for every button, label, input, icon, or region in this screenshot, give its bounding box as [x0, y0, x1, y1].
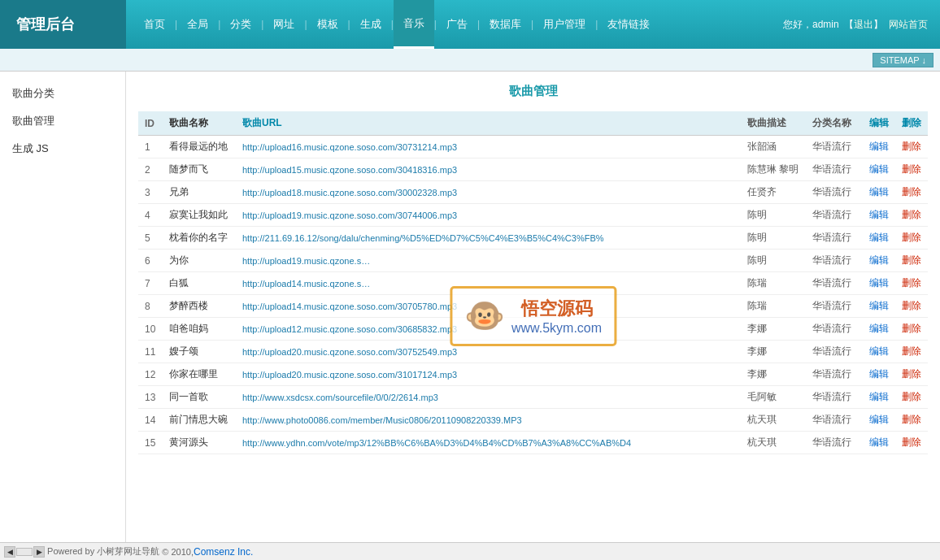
nav-item-generate[interactable]: 生成	[350, 0, 391, 49]
table-row: 14 前门情思大碗 http://www.photo0086.com/membe…	[138, 409, 928, 432]
sidebar-item-generate-js[interactable]: 生成 JS	[0, 135, 125, 163]
scroll-h-track[interactable]	[16, 548, 33, 556]
edit-button[interactable]: 编辑	[869, 209, 889, 220]
edit-button[interactable]: 编辑	[869, 323, 889, 334]
col-url: 歌曲URL	[236, 111, 741, 136]
cell-id: 15	[138, 432, 163, 454]
footer-company-link[interactable]: Comsenz Inc.	[194, 546, 253, 558]
delete-button[interactable]: 删除	[902, 368, 921, 380]
edit-button[interactable]: 编辑	[869, 232, 889, 243]
cell-del: 删除	[895, 432, 928, 454]
scroll-horizontal[interactable]: ◀ ▶	[4, 546, 45, 558]
cell-del: 删除	[895, 318, 928, 341]
song-url-link[interactable]: http://upload14.music.qzone.s…	[242, 279, 698, 289]
scroll-left-btn[interactable]: ◀	[4, 546, 15, 558]
delete-button[interactable]: 删除	[902, 232, 921, 243]
edit-button[interactable]: 编辑	[869, 300, 889, 311]
edit-button[interactable]: 编辑	[869, 141, 889, 152]
cell-name: 寂寞让我如此	[163, 204, 236, 227]
cell-url: http://upload19.music.qzone.soso.com/307…	[236, 204, 741, 227]
cell-name: 黄河源头	[163, 432, 236, 454]
delete-button[interactable]: 删除	[902, 436, 921, 448]
cell-url: http://upload14.music.qzone.s…	[236, 272, 741, 295]
nav-item-friendlinks[interactable]: 友情链接	[598, 0, 659, 49]
song-url-link[interactable]: http://211.69.16.12/song/dalu/chenming/%…	[242, 233, 698, 243]
edit-button[interactable]: 编辑	[869, 391, 889, 402]
edit-button[interactable]: 编辑	[869, 414, 889, 425]
nav-item-ads[interactable]: 广告	[437, 0, 477, 49]
scroll-right-btn[interactable]: ▶	[33, 546, 45, 558]
cell-edit: 编辑	[863, 158, 895, 181]
delete-button[interactable]: 删除	[902, 163, 921, 175]
edit-button[interactable]: 编辑	[869, 345, 889, 357]
cell-desc: 陈明	[741, 227, 806, 250]
logout-link[interactable]: 退出	[854, 19, 873, 30]
delete-button[interactable]: 删除	[902, 323, 921, 334]
song-url-link[interactable]: http://upload20.music.qzone.soso.com/307…	[242, 347, 698, 357]
song-url-link[interactable]: http://upload15.music.qzone.soso.com/304…	[242, 165, 698, 175]
delete-button[interactable]: 删除	[902, 391, 921, 402]
edit-button[interactable]: 编辑	[869, 368, 889, 380]
delete-button[interactable]: 删除	[902, 414, 921, 425]
cell-del: 删除	[895, 295, 928, 318]
delete-button[interactable]: 删除	[902, 277, 921, 289]
cell-edit: 编辑	[863, 136, 895, 158]
cell-name: 前门情思大碗	[163, 409, 236, 432]
nav-item-global[interactable]: 全局	[177, 0, 218, 49]
song-url-link[interactable]: http://upload19.music.qzone.s…	[242, 256, 698, 266]
cell-cat: 华语流行	[806, 181, 863, 204]
col-edit: 编辑	[863, 111, 895, 136]
cell-edit: 编辑	[863, 272, 895, 295]
nav-item-category[interactable]: 分类	[220, 0, 261, 49]
sidebar-item-song-manage[interactable]: 歌曲管理	[0, 107, 125, 135]
table-row: 6 为你 http://upload19.music.qzone.s… 陈明 华…	[138, 250, 928, 272]
delete-button[interactable]: 删除	[902, 209, 921, 220]
cell-id: 6	[138, 250, 163, 272]
edit-button[interactable]: 编辑	[869, 436, 889, 448]
col-name: 歌曲名称	[163, 111, 236, 136]
song-url-link[interactable]: http://upload18.music.qzone.soso.com/300…	[242, 188, 698, 198]
delete-button[interactable]: 删除	[902, 186, 921, 198]
sidebar: 歌曲分类 歌曲管理 生成 JS	[0, 72, 126, 560]
sitemap-button[interactable]: SITEMAP ↓	[873, 53, 933, 67]
sidebar-item-song-category[interactable]: 歌曲分类	[0, 80, 125, 107]
cell-cat: 华语流行	[806, 158, 863, 181]
edit-button[interactable]: 编辑	[869, 254, 889, 266]
cell-id: 7	[138, 272, 163, 295]
cell-del: 删除	[895, 158, 928, 181]
cell-id: 10	[138, 318, 163, 341]
edit-button[interactable]: 编辑	[869, 163, 889, 175]
cell-url: http://www.photo0086.com/member/Music080…	[236, 409, 741, 432]
cell-id: 11	[138, 341, 163, 363]
site-link[interactable]: 网站首页	[889, 19, 928, 30]
nav-item-home[interactable]: 首页	[134, 0, 175, 49]
edit-button[interactable]: 编辑	[869, 277, 889, 289]
delete-button[interactable]: 删除	[902, 254, 921, 266]
cell-edit: 编辑	[863, 295, 895, 318]
song-url-link[interactable]: http://www.ydhn.com/vote/mp3/12%BB%C6%BA…	[242, 438, 698, 448]
nav-item-users[interactable]: 用户管理	[533, 0, 595, 49]
delete-button[interactable]: 删除	[902, 141, 921, 152]
nav-item-template[interactable]: 模板	[307, 0, 348, 49]
nav-item-music[interactable]: 音乐	[394, 0, 434, 49]
cell-desc: 杭天琪	[741, 432, 806, 454]
song-url-link[interactable]: http://upload19.music.qzone.soso.com/307…	[242, 211, 698, 220]
cell-url: http://upload20.music.qzone.soso.com/310…	[236, 363, 741, 386]
footer-bar: ◀ ▶ Powered by 小树芽网址导航 © 2010, Comsenz I…	[0, 542, 940, 560]
delete-button[interactable]: 删除	[902, 300, 921, 311]
content-inner: 歌曲管理 ID 歌曲名称 歌曲URL 歌曲描述 分类名称 编辑 删除 1	[126, 72, 940, 560]
edit-button[interactable]: 编辑	[869, 186, 889, 198]
song-url-link[interactable]: http://upload12.music.qzone.soso.com/306…	[242, 324, 698, 334]
cell-cat: 华语流行	[806, 227, 863, 250]
song-url-link[interactable]: http://upload16.music.qzone.soso.com/307…	[242, 142, 698, 152]
nav-item-url[interactable]: 网址	[263, 0, 304, 49]
song-url-link[interactable]: http://www.photo0086.com/member/Music080…	[242, 415, 698, 425]
song-url-link[interactable]: http://upload20.music.qzone.soso.com/310…	[242, 370, 698, 380]
songs-table: ID 歌曲名称 歌曲URL 歌曲描述 分类名称 编辑 删除 1 看得最远的地 h…	[138, 111, 928, 454]
cell-edit: 编辑	[863, 386, 895, 409]
cell-cat: 华语流行	[806, 318, 863, 341]
nav-item-database[interactable]: 数据库	[480, 0, 531, 49]
song-url-link[interactable]: http://upload14.music.qzone.soso.com/307…	[242, 302, 698, 311]
song-url-link[interactable]: http://www.xsdcsx.com/sourcefile/0/0/2/2…	[242, 393, 698, 402]
delete-button[interactable]: 删除	[902, 345, 921, 357]
